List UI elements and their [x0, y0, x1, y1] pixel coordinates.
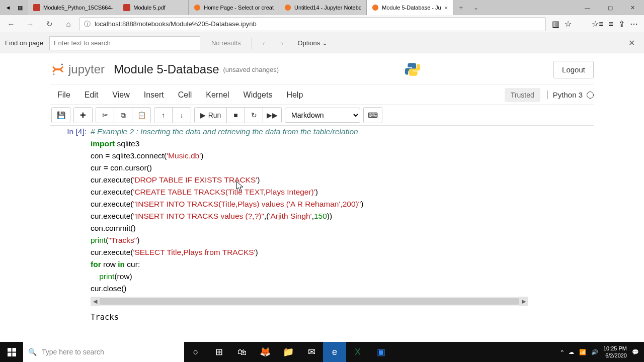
tab-untitled14[interactable]: Untitled14 - Jupyter Notebc [279, 0, 367, 15]
options-text: Options [297, 39, 320, 47]
back-button[interactable]: ← [3, 16, 19, 32]
maximize-button[interactable]: ▢ [599, 0, 621, 15]
share-icon[interactable]: ⇪ [618, 19, 625, 29]
search-icon: 🔍 [28, 348, 37, 356]
run-button[interactable]: ▶ Run [195, 108, 227, 123]
logout-button[interactable]: Logout [553, 61, 594, 78]
move-up-button[interactable]: ↑ [154, 108, 173, 123]
toolbar: 💾 ✚ ✂ ⧉ 📋 ↑ ↓ ▶ Run ■ ↻ ▶▶ Markdo [50, 105, 594, 126]
restart-run-all-button[interactable]: ▶▶ [263, 108, 281, 123]
url-input[interactable]: ⓘ localhost:8888/notebooks/Module%205-Da… [79, 17, 546, 31]
menu-edit[interactable]: Edit [77, 85, 106, 105]
find-close-button[interactable]: ✕ [624, 38, 639, 48]
grid-icon[interactable]: ▦ [16, 4, 24, 12]
scroll-right-icon[interactable]: ▶ [519, 297, 528, 306]
menu-cell[interactable]: Cell [171, 85, 199, 105]
favorite-star-icon[interactable]: ☆ [565, 19, 572, 29]
volume-icon[interactable]: 🔊 [591, 349, 598, 355]
run-label: Run [208, 111, 221, 119]
edge-icon[interactable]: e [323, 342, 346, 362]
add-cell-button[interactable]: ✚ [74, 108, 92, 123]
more-icon[interactable]: ⋯ [630, 19, 638, 29]
tab-homepage[interactable]: Home Page - Select or creat [189, 0, 279, 15]
firefox-icon[interactable]: 🦊 [254, 342, 277, 362]
menu-view[interactable]: View [105, 85, 136, 105]
jupyter-logo[interactable]: jupyter [50, 62, 105, 77]
menu-help[interactable]: Help [279, 85, 310, 105]
hub-icon[interactable]: ≡ [609, 20, 613, 29]
start-button[interactable] [0, 342, 23, 362]
interrupt-button[interactable]: ■ [227, 108, 245, 123]
find-label: Find on page [5, 39, 45, 47]
tray-up-icon[interactable]: ^ [561, 349, 564, 355]
svg-point-5 [61, 64, 63, 65]
code-editor[interactable]: # Example 2 : Inserting the data and ret… [91, 126, 594, 295]
tab-module5-pdf1[interactable]: Module5_Python_15CS664- [28, 0, 118, 15]
save-button[interactable]: 💾 [52, 108, 70, 123]
menu-widgets[interactable]: Widgets [236, 85, 280, 105]
zoom-icon[interactable]: ▣ [369, 342, 392, 362]
cell-type-select[interactable]: Markdown [285, 108, 360, 123]
left-arrow-icon[interactable]: ◄ [4, 4, 12, 12]
notebook-title[interactable]: Module 5-Database [114, 62, 219, 76]
tab-module5-database[interactable]: Module 5-Database - Ju × [367, 0, 453, 15]
trusted-badge[interactable]: Trusted [505, 88, 540, 102]
forward-button[interactable]: → [22, 16, 38, 32]
svg-point-2 [194, 5, 200, 11]
python-logo-icon [405, 61, 421, 77]
mail-icon[interactable]: ✉ [300, 342, 323, 362]
find-input[interactable] [49, 36, 200, 50]
input-prompt: In [4]: [50, 126, 91, 295]
svg-point-6 [53, 73, 54, 75]
explorer-icon[interactable]: 📁 [277, 342, 300, 362]
new-tab-button[interactable]: + [453, 0, 468, 15]
tab-module5-pdf2[interactable]: Module 5.pdf [118, 0, 189, 15]
menu-file[interactable]: File [50, 85, 77, 105]
cut-button[interactable]: ✂ [96, 108, 114, 123]
menu-kernel[interactable]: Kernel [199, 85, 236, 105]
wifi-icon[interactable]: 📶 [579, 349, 586, 355]
move-down-button[interactable]: ↓ [173, 108, 191, 123]
minimize-button[interactable]: — [576, 0, 599, 15]
reading-view-icon[interactable]: ▥ [552, 19, 559, 29]
find-prev-button[interactable]: ‹ [256, 39, 271, 47]
kernel-indicator[interactable]: Python 3 [547, 90, 594, 99]
find-next-button[interactable]: › [275, 39, 289, 47]
cortana-icon[interactable]: ○ [184, 342, 207, 362]
close-icon[interactable]: × [444, 4, 448, 12]
find-options-button[interactable]: Options ⌄ [293, 39, 332, 47]
restart-button[interactable]: ↻ [245, 108, 263, 123]
command-palette-button[interactable]: ⌨ [364, 108, 382, 123]
excel-icon[interactable]: X [346, 342, 369, 362]
favorites-icon[interactable]: ☆≡ [592, 19, 603, 29]
jupyter-icon [194, 4, 201, 11]
scroll-left-icon[interactable]: ◀ [91, 297, 100, 306]
close-window-button[interactable]: ✕ [621, 0, 644, 15]
save-status: (unsaved changes) [223, 66, 279, 73]
home-button[interactable]: ⌂ [60, 16, 76, 32]
address-bar: ← → ↻ ⌂ ⓘ localhost:8888/notebooks/Modul… [0, 15, 644, 33]
copy-button[interactable]: ⧉ [114, 108, 132, 123]
code-cell[interactable]: In [4]: # Example 2 : Inserting the data… [50, 126, 594, 295]
scroll-track[interactable] [100, 298, 519, 305]
system-tray: ^ ☁ 📶 🔊 10:25 PM 6/2/2020 💬 [556, 345, 644, 359]
clock[interactable]: 10:25 PM 6/2/2020 [603, 345, 627, 359]
horizontal-scrollbar[interactable]: ◀ ▶ [91, 297, 528, 306]
kernel-idle-icon [587, 92, 594, 99]
onedrive-icon[interactable]: ☁ [569, 349, 574, 355]
pdf-icon [123, 4, 130, 11]
svg-rect-1 [123, 4, 130, 11]
task-view-icon[interactable]: ⊞ [207, 342, 230, 362]
find-bar: Find on page No results ‹ › Options ⌄ ✕ [0, 33, 644, 53]
menu-insert[interactable]: Insert [137, 85, 171, 105]
notifications-icon[interactable]: 💬 [632, 349, 639, 355]
refresh-button[interactable]: ↻ [41, 16, 57, 32]
menubar: File Edit View Insert Cell Kernel Widget… [50, 84, 594, 105]
taskbar-search[interactable]: 🔍 Type here to search [23, 342, 184, 362]
jupyter-logo-text: jupyter [68, 62, 105, 76]
tab-dropdown[interactable]: ⌄ [468, 0, 484, 15]
store-icon[interactable]: 🛍 [230, 342, 254, 362]
browser-tab-strip: ◄ ▦ Module5_Python_15CS664- Module 5.pdf… [0, 0, 644, 15]
tab-label: Module5_Python_15CS664- [43, 5, 113, 11]
paste-button[interactable]: 📋 [132, 108, 150, 123]
